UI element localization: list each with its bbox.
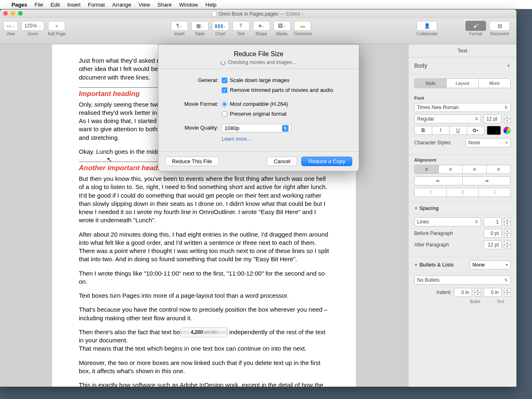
valign-bottom-button[interactable]: ↧ (479, 188, 510, 196)
after-paragraph-field[interactable]: 12 pt (484, 240, 502, 249)
bullets-preset-select[interactable]: None▾ (470, 260, 511, 269)
most-compatible-radio[interactable]: Most compatible (H.264) (222, 100, 349, 108)
menu-help[interactable]: Help (206, 2, 217, 8)
menu-arrange[interactable]: Arrange (112, 2, 131, 8)
remove-trimmed-checkbox[interactable]: ✓ Remove trimmed parts of movies and aud… (222, 86, 349, 94)
system-menubar[interactable]: Pages File Edit Insert Format Arrange Vi… (0, 0, 532, 9)
menu-file[interactable]: File (34, 2, 43, 8)
valign-top-button[interactable]: ↥ (415, 188, 447, 196)
spacing-value-field[interactable]: 1 (484, 217, 502, 226)
font-style-value: Regular (417, 116, 434, 122)
text-label: Text (237, 32, 245, 36)
minimize-window-button[interactable] (11, 11, 15, 16)
traffic-lights[interactable] (3, 11, 23, 16)
body-paragraph[interactable]: But then you know this, you've been to e… (79, 175, 329, 225)
format-inspector-button[interactable]: 🖌 (466, 21, 486, 31)
movie-quality-select[interactable]: 1080p ⇅ (222, 124, 291, 132)
collaborate-button[interactable]: 👤 (417, 21, 437, 31)
subtab-layout[interactable]: Layout (447, 79, 479, 88)
align-center-button[interactable]: ≡ (439, 165, 463, 173)
most-compatible-label: Most compatible (H.264) (230, 100, 288, 108)
paragraph-style-picker[interactable]: Body ▼ (408, 57, 516, 74)
cancel-button[interactable]: Cancel (267, 157, 297, 166)
valign-middle-button[interactable]: ⇵ (447, 188, 479, 196)
text-indent-stepper[interactable]: ▴▾ (504, 288, 511, 296)
word-count-pill[interactable]: 4,200 words (180, 327, 227, 337)
preserve-format-radio[interactable]: Preserve original format (222, 110, 349, 118)
view-button[interactable]: ▭ ⌄ (3, 21, 18, 31)
spacing-disclosure[interactable]: ▼ Spacing (408, 202, 516, 215)
scale-images-checkbox[interactable]: ✓ Scale down large images (222, 76, 349, 84)
text-color-well[interactable] (487, 126, 501, 135)
text-button[interactable]: T (232, 21, 250, 31)
body-paragraph[interactable]: Then I wrote things like "10:00-11:00" n… (79, 269, 329, 286)
zoom-window-button[interactable] (18, 11, 23, 16)
char-styles-label: Character Styles (414, 140, 451, 146)
titlebar-chevron-icon[interactable]: ⌄ (301, 12, 305, 16)
menu-view[interactable]: View (139, 2, 150, 8)
text-indent-field[interactable]: 0 in (484, 288, 502, 297)
chart-button[interactable]: ▮▮▮⌄ (212, 21, 229, 31)
shape-button[interactable]: ■⌄ (253, 21, 270, 31)
font-size-field[interactable]: 12 pt (484, 114, 502, 123)
scale-images-label: Scale down large images (230, 76, 289, 84)
outdent-button[interactable]: ⇤ (415, 177, 463, 185)
body-paragraph[interactable]: After about 20 minutes doing this, I had… (79, 230, 329, 264)
menu-edit[interactable]: Edit (50, 2, 60, 8)
body-paragraph[interactable]: That means that the text which begins in… (79, 344, 329, 353)
body-paragraph[interactable]: This is exactly how software such as Ado… (79, 381, 329, 387)
inspector-tab-text[interactable]: Text (408, 44, 516, 57)
app-menu[interactable]: Pages (11, 2, 27, 8)
text-options-button[interactable]: ✿▾ (467, 126, 484, 135)
align-left-button[interactable]: ≡ (415, 165, 439, 173)
sheet-subtitle: Checking movies and images… (158, 59, 359, 65)
italic-button[interactable]: I (432, 126, 450, 135)
menu-share[interactable]: Share (158, 2, 172, 8)
font-style-select[interactable]: Regular⇅ (414, 114, 481, 123)
window-titlebar[interactable]: Omni Book in Pages.pages — Edited ⌄ (0, 9, 516, 18)
document-inspector-button[interactable]: ▤ (489, 21, 510, 31)
align-right-button[interactable]: ≡ (463, 165, 487, 173)
spacing-stepper[interactable]: ▴▾ (504, 218, 511, 226)
table-button[interactable]: ▦⌄ (191, 21, 209, 31)
menu-window[interactable]: Window (179, 2, 198, 8)
menu-format[interactable]: Format (88, 2, 105, 8)
insert-button[interactable]: ¶⌄ (171, 21, 188, 31)
inspector-subtabs[interactable]: Style Layout More (414, 78, 511, 88)
close-window-button[interactable] (3, 11, 8, 16)
font-size-stepper[interactable]: ▴▾ (504, 115, 511, 123)
body-paragraph[interactable]: That's because you have the control now … (79, 306, 329, 322)
learn-more-link[interactable]: Learn more… (222, 136, 252, 142)
reduce-this-file-button[interactable]: Reduce This File (165, 157, 219, 166)
underline-button[interactable]: U (449, 126, 467, 135)
media-button[interactable]: 🖼⌄ (273, 21, 291, 31)
disclosure-triangle-icon: ▼ (414, 206, 418, 210)
subtab-more[interactable]: More (479, 79, 510, 88)
bullet-indent-stepper[interactable]: ▴▾ (475, 288, 481, 296)
indent-button[interactable]: ⇥ (463, 177, 510, 185)
bullets-disclosure[interactable]: ▼ Bullets & Lists None▾ (408, 257, 516, 273)
body-paragraph[interactable]: Moreover, the two or more boxes are now … (79, 359, 329, 376)
bold-button[interactable]: B (415, 126, 432, 135)
align-justify-button[interactable]: ≡ (487, 165, 511, 173)
zoom-dropdown[interactable]: 125%⌄ (21, 21, 44, 31)
comment-button[interactable]: ▬ (294, 21, 311, 31)
body-paragraph[interactable]: Text boxes turn Pages into more of a pag… (79, 292, 329, 300)
subtab-style[interactable]: Style (415, 79, 447, 88)
char-styles-select[interactable]: None▾ (466, 138, 511, 147)
font-family-select[interactable]: Times New Roman⇅ (414, 103, 511, 112)
add-page-button[interactable]: ＋ (48, 21, 65, 31)
insert-label: Insert (174, 32, 184, 36)
font-family-value: Times New Roman (417, 105, 459, 110)
document-proxy-icon[interactable] (212, 11, 216, 17)
reduce-a-copy-button[interactable]: Reduce a Copy (301, 157, 352, 166)
after-stepper[interactable]: ▴▾ (504, 241, 511, 249)
before-stepper[interactable]: ▴▾ (504, 229, 511, 237)
before-paragraph-field[interactable]: 0 pt (484, 229, 502, 238)
color-picker-icon[interactable] (503, 127, 511, 134)
bullet-indent-field[interactable]: 0 in (454, 288, 472, 297)
movie-format-label: Movie Format: (168, 100, 222, 120)
bullets-style-select[interactable]: No Bullets⇅ (414, 276, 511, 285)
menu-insert[interactable]: Insert (67, 2, 81, 8)
spacing-mode-select[interactable]: Lines⇅ (414, 217, 481, 226)
